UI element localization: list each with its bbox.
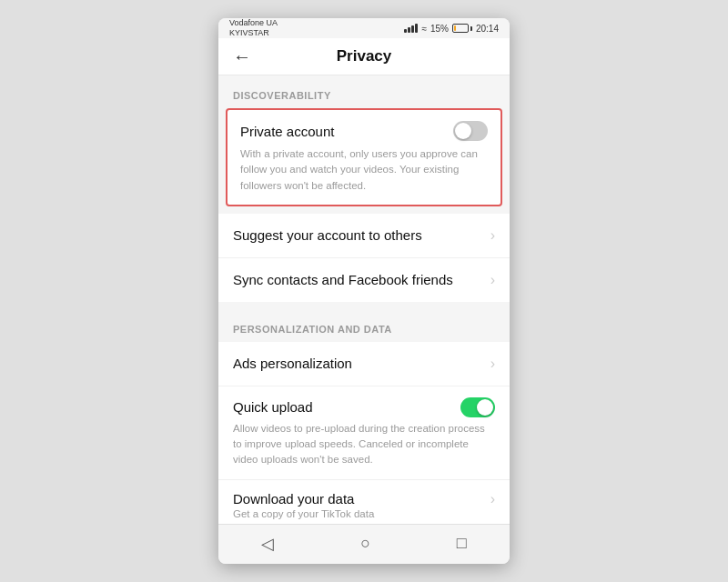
sync-contacts-label: Sync contacts and Facebook friends	[233, 272, 453, 287]
download-data-item[interactable]: Download your data Get a copy of your Ti…	[218, 480, 510, 525]
content-area: DISCOVERABILITY Private account With a p…	[218, 75, 510, 524]
ads-personalization-chevron: ›	[490, 356, 495, 372]
private-account-label: Private account	[240, 124, 334, 139]
private-account-toggle[interactable]	[453, 121, 488, 141]
download-data-content: Download your data Get a copy of your Ti…	[233, 491, 490, 519]
battery-icon	[452, 24, 472, 33]
quick-upload-label: Quick upload	[233, 399, 313, 415]
status-right: ≈ 15% 20:14	[404, 24, 499, 34]
status-bar: Vodafone UA KYIVSTAR ≈ 15% 20:14	[218, 18, 510, 38]
ads-personalization-label: Ads personalization	[233, 356, 352, 371]
private-account-description: With a private account, only users you a…	[240, 146, 488, 194]
nav-recents-icon[interactable]: □	[457, 534, 467, 553]
personalization-section-header: PERSONALIZATION AND DATA	[218, 309, 510, 342]
top-nav: ← Privacy	[218, 38, 510, 75]
ads-personalization-item[interactable]: Ads personalization ›	[218, 342, 510, 386]
nav-home-icon[interactable]: ○	[360, 534, 370, 553]
download-data-description: Get a copy of your TikTok data	[233, 508, 490, 519]
quick-upload-toggle[interactable]	[460, 397, 495, 417]
wifi-icon: ≈	[421, 24, 427, 34]
suggest-account-chevron: ›	[490, 227, 495, 244]
suggest-account-label: Suggest your account to others	[233, 227, 422, 243]
time-display: 20:14	[476, 24, 499, 34]
nav-back-icon[interactable]: ◁	[261, 534, 274, 554]
page-title: Privacy	[337, 47, 392, 65]
download-data-label: Download your data	[233, 491, 490, 507]
quick-upload-item: Quick upload Allow videos to pre-upload …	[218, 386, 510, 480]
bottom-nav: ◁ ○ □	[218, 524, 510, 564]
suggest-account-item[interactable]: Suggest your account to others ›	[218, 214, 510, 258]
private-account-card: Private account With a private account, …	[226, 108, 502, 206]
battery-percent: 15%	[430, 24, 449, 34]
sync-contacts-item[interactable]: Sync contacts and Facebook friends ›	[218, 258, 510, 302]
discoverability-section-header: DISCOVERABILITY	[218, 75, 510, 108]
carrier-info: Vodafone UA KYIVSTAR	[229, 18, 278, 38]
back-button[interactable]: ←	[233, 46, 251, 67]
quick-upload-description: Allow videos to pre-upload during the cr…	[233, 421, 495, 468]
download-data-chevron: ›	[490, 491, 495, 507]
sync-contacts-chevron: ›	[490, 272, 495, 288]
signal-icon	[404, 24, 418, 33]
